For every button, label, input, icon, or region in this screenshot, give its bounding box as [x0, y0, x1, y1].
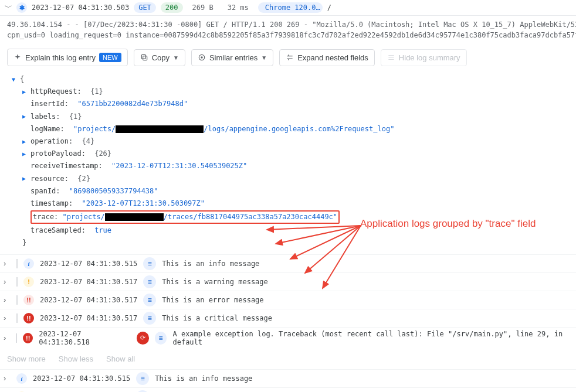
group-bar	[16, 333, 17, 343]
log-message: This is an info message	[162, 260, 259, 268]
severity-default-icon: ✱	[16, 2, 27, 13]
trace-field-highlight: trace: "projects//traces/fb8817044975ac3…	[31, 210, 340, 224]
receive-timestamp-value[interactable]: "2023-12-07T12:31:30.540539025Z"	[111, 161, 247, 172]
grouped-log-rows: ›i2023-12-07 04:31:30.515≡This is an inf…	[0, 254, 576, 349]
explain-button[interactable]: Explain this log entry NEW	[7, 49, 128, 66]
expand-nested-button[interactable]: Expand nested fields	[279, 49, 375, 66]
user-agent-chip[interactable]: Chrome 120.0…	[258, 2, 323, 13]
timestamp: 2023-12-07 04:31:30.503	[32, 4, 129, 12]
chevron-right-icon[interactable]: ▶	[22, 174, 28, 183]
log-message: A example exception log. Traceback (most…	[172, 330, 572, 346]
new-badge: NEW	[99, 53, 121, 62]
chevron-right-icon[interactable]: ▶	[22, 112, 28, 121]
timestamp: 2023-12-07 04:31:30.515	[40, 260, 137, 268]
severity-info-icon: i	[16, 373, 27, 384]
raw-log-text: 49.36.104.154 - - [07/Dec/2023:04:31:30 …	[0, 16, 576, 44]
log-name-value[interactable]: "projects//logs/appengine.googleapis.com…	[73, 124, 394, 135]
log-message: This is a critical message	[162, 314, 272, 322]
span-id-value[interactable]: "8698005059337794438"	[69, 186, 158, 197]
http-method-chip[interactable]: GET	[134, 2, 156, 13]
caret-down-icon: ▼	[173, 54, 179, 61]
show-all-link[interactable]: Show all	[106, 354, 135, 363]
log-row[interactable]: ›!!2023-12-07 04:31:30.518⟳≡A example ex…	[0, 327, 576, 349]
log-row[interactable]: ›i2023-12-07 04:31:30.515≡This is an inf…	[0, 369, 576, 387]
chevron-right-icon[interactable]: ›	[4, 259, 11, 268]
http-status-chip[interactable]: 200	[161, 2, 183, 13]
severity-error-icon: !!	[23, 295, 34, 305]
log-rows: ›i2023-12-07 04:31:30.515≡This is an inf…	[0, 369, 576, 392]
chevron-right-icon[interactable]: ▶	[22, 87, 28, 97]
filter-chip-icon[interactable]: ≡	[155, 332, 167, 345]
insert-id-value[interactable]: "6571bb2200082d4e73b7948d"	[77, 98, 188, 110]
severity-warning-icon: !	[23, 277, 34, 287]
group-bar	[16, 277, 18, 287]
response-size: 269 B	[188, 2, 218, 13]
redacted-project	[116, 125, 204, 133]
filter-chip-icon[interactable]: ≡	[136, 372, 149, 385]
timestamp: 2023-12-07 04:31:30.518	[39, 330, 131, 346]
latency: 32 ms	[223, 2, 253, 13]
log-toolbar: Explain this log entry NEW Copy ▼ Simila…	[0, 44, 576, 71]
timestamp-value[interactable]: "2023-12-07T12:31:30.503097Z"	[82, 198, 205, 209]
timestamp: 2023-12-07 04:31:30.517	[40, 296, 137, 304]
chevron-right-icon[interactable]: ▶	[22, 149, 28, 159]
svg-rect-3	[141, 54, 145, 59]
chevron-down-icon[interactable]: ▼	[12, 75, 18, 84]
log-row[interactable]: ›!2023-12-07 04:31:30.517≡This is a warn…	[0, 272, 576, 291]
sparkle-icon	[13, 53, 22, 62]
log-row[interactable]: ›!!2023-12-07 04:31:30.517≡This is an er…	[0, 291, 576, 309]
log-message: This is an info message	[155, 374, 252, 383]
group-bar	[16, 313, 18, 323]
log-message: This is a warning message	[162, 278, 268, 286]
hide-summary-button: Hide log summary	[381, 49, 467, 66]
chevron-right-icon[interactable]: ›	[4, 295, 11, 304]
group-bar	[16, 295, 18, 305]
trace-value[interactable]: "projects//traces/fb8817044975ac338a57a2…	[63, 213, 337, 221]
severity-info-icon: i	[23, 258, 34, 269]
filter-chip-icon[interactable]: ≡	[143, 312, 156, 325]
filter-chip-icon[interactable]: ≡	[136, 390, 149, 392]
chevron-right-icon[interactable]: ›	[4, 333, 10, 342]
show-links: Show more Show less Show all	[0, 349, 576, 369]
chevron-down-icon[interactable]: ﹀	[5, 2, 12, 13]
log-row[interactable]: ›!2023-12-07 04:31:30.517≡This is a warn…	[0, 387, 576, 392]
group-bar	[16, 259, 18, 268]
timestamp: 2023-12-07 04:31:30.515	[33, 374, 130, 383]
timestamp: 2023-12-07 04:31:30.517	[40, 314, 137, 322]
similar-entries-button[interactable]: Similar entries ▼	[191, 49, 273, 66]
chevron-right-icon[interactable]: ›	[4, 374, 11, 383]
severity-critical-icon: !!	[23, 313, 34, 323]
chevron-right-icon[interactable]: ›	[4, 277, 11, 286]
chevron-right-icon[interactable]: ›	[4, 313, 11, 322]
json-tree: ▼{ ▶httpRequest: {1} insertId: "6571bb22…	[0, 71, 576, 254]
svg-point-5	[201, 56, 203, 59]
expand-icon	[286, 53, 294, 62]
target-icon	[198, 53, 206, 62]
timestamp: 2023-12-07 04:31:30.517	[40, 278, 137, 286]
request-path: /	[327, 4, 331, 12]
caret-down-icon: ▼	[261, 54, 267, 61]
chevron-right-icon[interactable]: ▶	[22, 137, 28, 146]
severity-critical-icon: !!	[23, 333, 33, 343]
log-message: This is an error message	[162, 296, 263, 304]
svg-rect-2	[143, 56, 147, 60]
trace-sampled-value[interactable]: true	[94, 225, 111, 236]
filter-chip-icon[interactable]: ≡	[143, 257, 156, 270]
filter-chip-icon[interactable]: ≡	[143, 294, 156, 306]
log-row[interactable]: ›i2023-12-07 04:31:30.515≡This is an inf…	[0, 254, 576, 272]
filter-chip-icon[interactable]: ≡	[143, 275, 156, 288]
show-more-link[interactable]: Show more	[7, 354, 46, 363]
show-less-link[interactable]: Show less	[59, 354, 93, 363]
redacted-project	[105, 213, 164, 221]
log-row[interactable]: ›!!2023-12-07 04:31:30.517≡This is a cri…	[0, 309, 576, 327]
copy-button[interactable]: Copy ▼	[134, 49, 185, 66]
hide-icon	[387, 53, 395, 62]
exception-icon[interactable]: ⟳	[137, 332, 149, 345]
log-entry-header[interactable]: ﹀ ✱ 2023-12-07 04:31:30.503 GET 200 269 …	[0, 0, 576, 16]
copy-icon	[140, 53, 148, 62]
